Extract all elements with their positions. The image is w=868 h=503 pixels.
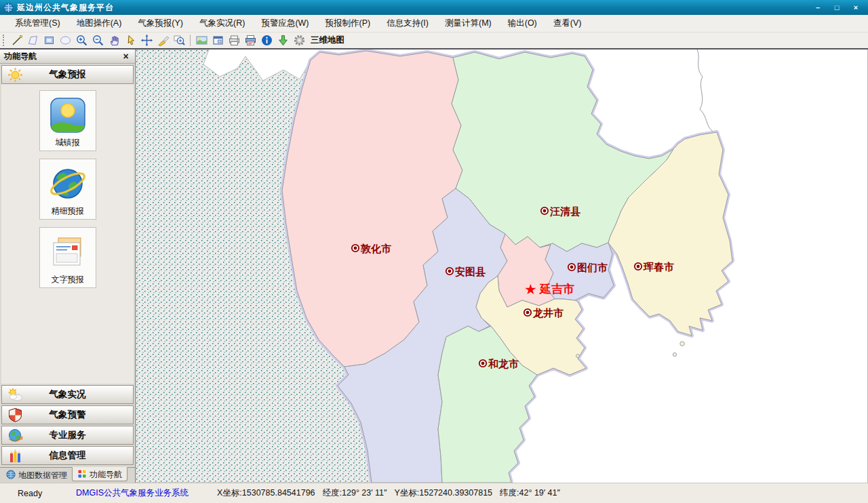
sidebar-close-icon[interactable]: × xyxy=(121,52,131,60)
title-bar: 延边州公共气象服务平台 – □ × xyxy=(0,0,868,15)
forecast-button-panel: 城镇报 精细预报 xyxy=(1,84,134,384)
brush-tool-icon[interactable] xyxy=(155,33,171,47)
zoom-extent-tool-icon[interactable] xyxy=(171,33,187,47)
svg-text:延吉市: 延吉市 xyxy=(538,283,574,296)
text-forecast-button[interactable]: 文字预报 xyxy=(39,227,96,288)
menu-measure[interactable]: 测量计算(M) xyxy=(437,15,500,32)
shield-icon xyxy=(7,407,23,423)
svg-text:汪清县: 汪清县 xyxy=(549,205,580,217)
sidebar-panel-title: 功能导航 xyxy=(4,51,37,62)
polygon-tool-icon[interactable] xyxy=(24,33,41,47)
svg-text:龙井市: 龙井市 xyxy=(532,307,564,319)
menu-forecast[interactable]: 气象预报(Y) xyxy=(130,15,191,32)
fine-forecast-button[interactable]: 精细预报 xyxy=(39,159,96,220)
status-x-coord: X坐标:1530785.84541796 xyxy=(217,487,315,499)
section-info-management[interactable]: 信息管理 xyxy=(1,446,134,465)
nav-button-label: 文字预报 xyxy=(52,274,84,285)
section-weather-live[interactable]: 气象实况 xyxy=(1,385,134,404)
menu-view[interactable]: 查看(V) xyxy=(545,15,590,32)
fine-forecast-icon xyxy=(48,164,87,203)
map3d-button[interactable]: 三维地图 xyxy=(311,35,344,46)
window-title: 延边州公共气象服务平台 xyxy=(17,2,809,14)
menu-forecast-make[interactable]: 预报制作(P) xyxy=(317,15,379,32)
print-color-tool-icon[interactable] xyxy=(242,33,258,47)
svg-text:和龙市: 和龙市 xyxy=(488,358,519,369)
svg-text:珲春市: 珲春市 xyxy=(643,261,674,273)
status-longitude: 经度:129° 23′ 11″ xyxy=(323,487,387,499)
line-tool-icon[interactable] xyxy=(8,33,24,47)
tab-function-nav[interactable]: 功能导航 xyxy=(72,467,127,481)
menu-system[interactable]: 系统管理(S) xyxy=(7,15,68,32)
tab-label: 地图数据管理 xyxy=(18,470,67,481)
zoom-in-tool-icon[interactable] xyxy=(73,33,90,47)
status-y-coord: Y坐标:1527240.39307815 xyxy=(394,487,492,499)
app-window: 延边州公共气象服务平台 – □ × 系统管理(S) 地图操作(A) 气象预报(Y… xyxy=(0,0,868,503)
sidebar-tabs: 地图数据管理 功能导航 xyxy=(0,467,135,483)
menu-warning[interactable]: 预警应急(W) xyxy=(253,15,317,32)
status-latitude: 纬度:42° 19′ 41″ xyxy=(500,487,560,499)
menu-info-support[interactable]: 信息支持(I) xyxy=(378,15,437,32)
rectangle-tool-icon[interactable] xyxy=(41,33,57,47)
globe-arrow-icon xyxy=(7,428,23,443)
toolbar-grip xyxy=(3,35,5,46)
gear-tool-icon[interactable] xyxy=(291,33,307,47)
down-arrow-tool-icon[interactable] xyxy=(275,33,291,47)
tab-label: 功能导航 xyxy=(90,469,122,481)
section-professional-service[interactable]: 专业服务 xyxy=(1,426,134,445)
maximize-button[interactable]: □ xyxy=(828,2,846,13)
map-canvas[interactable]: 敦化市汪清县安图县图们市珲春市★延吉市龙井市和龙市 xyxy=(136,49,868,483)
map-image-tool-icon[interactable] xyxy=(193,33,210,47)
status-system-name: DMGIS公共气象服务业务系统 xyxy=(76,487,217,499)
app-globe-icon xyxy=(3,3,14,13)
minimize-button[interactable]: – xyxy=(809,2,827,13)
status-bar: Ready DMGIS公共气象服务业务系统 X坐标:1530785.845417… xyxy=(0,483,868,503)
select-arrow-tool-icon[interactable] xyxy=(122,33,138,47)
menu-weather-live[interactable]: 气象实况(R) xyxy=(191,15,253,32)
svg-text:图们市: 图们市 xyxy=(577,262,608,273)
zoom-out-tool-icon[interactable] xyxy=(90,33,106,47)
capital-city-label: ★延吉市 xyxy=(524,281,574,297)
printer-tool-icon[interactable] xyxy=(226,33,242,47)
pencils-icon xyxy=(7,448,23,464)
close-button[interactable]: × xyxy=(847,2,865,13)
tab-map-data-management[interactable]: 地图数据管理 xyxy=(1,468,72,482)
menu-output[interactable]: 输出(O) xyxy=(500,15,545,32)
toolbar-separator xyxy=(190,35,191,46)
capital-star-icon: ★ xyxy=(524,281,537,297)
text-forecast-icon xyxy=(48,233,87,272)
section-weather-forecast[interactable]: 气象预报 xyxy=(1,65,134,84)
sidebar-function-nav: 功能导航 × 气象预报 xyxy=(0,49,136,483)
window-grid-icon xyxy=(77,469,87,481)
nav-button-label: 城镇报 xyxy=(56,137,80,148)
status-coordinates: X坐标:1530785.84541796 经度:129° 23′ 11″ Y坐标… xyxy=(217,487,560,499)
sun-icon xyxy=(7,67,23,83)
status-ready: Ready xyxy=(18,489,76,498)
toolbar: 三维地图 xyxy=(0,33,868,49)
svg-text:敦化市: 敦化市 xyxy=(360,243,391,254)
window-tool-icon[interactable] xyxy=(210,33,226,47)
sun-cloud-icon xyxy=(7,387,23,403)
sidebar-panel-header: 功能导航 × xyxy=(0,49,135,64)
ellipse-tool-icon[interactable] xyxy=(57,33,73,47)
town-forecast-button[interactable]: 城镇报 xyxy=(39,90,96,151)
menu-map-ops[interactable]: 地图操作(A) xyxy=(68,15,130,32)
pan-tool-icon[interactable] xyxy=(106,33,122,47)
move-tool-icon[interactable] xyxy=(138,33,155,47)
svg-text:安图县: 安图县 xyxy=(455,266,486,277)
menu-bar: 系统管理(S) 地图操作(A) 气象预报(Y) 气象实况(R) 预警应急(W) … xyxy=(0,15,868,33)
info-tool-icon[interactable] xyxy=(258,33,275,47)
nav-button-label: 精细预报 xyxy=(52,205,84,217)
globe-icon xyxy=(6,470,16,481)
section-weather-warning[interactable]: 气象预警 xyxy=(1,405,134,424)
town-forecast-icon xyxy=(48,96,87,135)
